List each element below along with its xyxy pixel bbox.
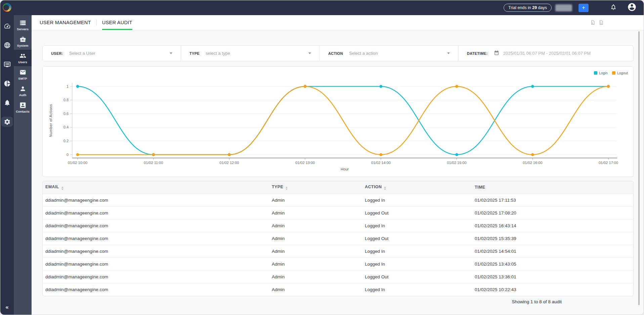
table-row[interactable]: ddiadmin@manageengine.comAdminLogged In0… [43, 258, 633, 270]
cell-time: 01/02/2025 17:08:20 [472, 206, 633, 219]
sidebar-item-label: Auth [19, 93, 27, 97]
toolbox-icon [19, 36, 26, 43]
datetime-range-picker[interactable]: DATETIME: 2025/01/31 06:07 PM - 2025/02/… [459, 46, 633, 61]
table-row[interactable]: ddiadmin@manageengine.comAdminLogged Out… [43, 232, 633, 245]
user-audit-page: USER: Select a User TYPE select a type A… [32, 30, 644, 315]
user-filter-placeholder: Select a User [69, 51, 95, 56]
cell-time: 01/02/2025 10:22:43 [472, 283, 633, 296]
sidebar-item-label: System [17, 44, 29, 47]
audit-table: EMAIL TYPE ACTION TIME ddiadmin@manageen… [43, 181, 633, 296]
action-filter-select[interactable]: ACTION Select a action [320, 46, 459, 61]
sidebar-item-label: SMTP [18, 77, 27, 80]
icon-rail: « [0, 0, 14, 315]
svg-text:0.6: 0.6 [63, 112, 69, 116]
table-row[interactable]: ddiadmin@manageengine.comAdminLogged In0… [43, 194, 633, 206]
trial-badge[interactable]: Trial ends in 29 days [504, 4, 552, 12]
cell-type: Admin [269, 270, 362, 283]
cell-type: Admin [269, 245, 362, 258]
excel-file-icon[interactable] [599, 19, 604, 26]
chevron-down-icon [170, 52, 172, 54]
sort-icon [61, 187, 63, 190]
appliance-icon[interactable] [1, 59, 13, 69]
cell-time: 01/02/2025 13:43:05 [472, 258, 633, 270]
legend-item-login[interactable]: Login [594, 71, 608, 75]
legend-item-logout[interactable]: Logout [612, 71, 628, 75]
type-filter-placeholder: select a type [206, 51, 230, 56]
svg-text:01/02 11:00: 01/02 11:00 [144, 161, 163, 165]
sidebar-item-system[interactable]: System [14, 33, 32, 50]
audit-chart-card: Login Logout 00.20.40.60.8101/02 10:0001… [42, 66, 634, 177]
secondary-sidebar: Servers System Users SMTP Auth [14, 15, 32, 315]
cell-time: 01/02/2025 14:54:01 [472, 245, 633, 258]
collapse-sidebar-button[interactable]: « [5, 304, 8, 311]
alerts-bell-icon[interactable] [1, 97, 13, 108]
tab-user-management[interactable]: USER MANAGEMENT [40, 15, 91, 30]
cell-time: 01/02/2025 13:36:01 [472, 270, 633, 283]
user-filter-select[interactable]: USER: Select a User [43, 46, 181, 61]
sidebar-item-contacts[interactable]: Contacts [14, 99, 32, 116]
cell-time: 01/02/2025 15:35:39 [472, 232, 633, 245]
cell-time: 01/02/2025 17:11:53 [472, 194, 633, 206]
redacted-text [555, 4, 572, 11]
column-header-email[interactable]: EMAIL [43, 181, 269, 194]
svg-text:0.2: 0.2 [63, 139, 69, 143]
cell-action: Logged In [362, 245, 472, 258]
notifications-bell-icon[interactable] [610, 4, 617, 12]
column-header-action[interactable]: ACTION [362, 181, 472, 194]
type-filter-select[interactable]: TYPE select a type [181, 46, 320, 61]
pdf-file-icon[interactable] [590, 19, 595, 26]
users-icon [19, 52, 26, 59]
cell-type: Admin [269, 283, 362, 296]
header-label: TIME [475, 185, 485, 190]
svg-text:01/02 10:00: 01/02 10:00 [68, 161, 87, 165]
cell-email: ddiadmin@manageengine.com [43, 219, 269, 232]
svg-text:01/02 13:00: 01/02 13:00 [295, 161, 315, 165]
audit-chart[interactable]: 00.20.40.60.8101/02 10:0001/02 11:0001/0… [43, 67, 627, 176]
reports-pie-icon[interactable] [1, 78, 13, 88]
cell-action: Logged In [362, 283, 472, 296]
settings-gear-icon[interactable] [1, 117, 13, 127]
tab-bar: USER MANAGEMENT USER AUDIT [32, 15, 644, 30]
cell-type: Admin [269, 206, 362, 219]
svg-text:Number of Actions: Number of Actions [49, 104, 53, 137]
brand-logo-icon[interactable] [3, 3, 11, 12]
table-row[interactable]: ddiadmin@manageengine.comAdminLogged In0… [43, 283, 633, 296]
sidebar-item-servers[interactable]: Servers [14, 17, 32, 33]
cell-action: Logged In [362, 219, 472, 232]
vertical-scrollbar-thumb[interactable] [638, 31, 640, 305]
action-filter-label: ACTION [328, 51, 343, 55]
table-row[interactable]: ddiadmin@manageengine.comAdminLogged In0… [43, 219, 633, 232]
trial-days: 29 [532, 5, 537, 10]
cell-action: Logged Out [362, 270, 472, 283]
table-header-row: EMAIL TYPE ACTION TIME [43, 181, 633, 194]
table-row[interactable]: ddiadmin@manageengine.comAdminLogged In0… [43, 245, 633, 258]
table-row[interactable]: ddiadmin@manageengine.comAdminLogged Out… [43, 206, 633, 219]
servers-icon [19, 19, 26, 26]
tab-separator [96, 19, 97, 26]
dashboard-speedometer-icon[interactable] [1, 21, 13, 31]
chevron-down-icon [308, 52, 311, 54]
audit-table-body: ddiadmin@manageengine.comAdminLogged In0… [43, 194, 633, 296]
cell-action: Logged In [362, 258, 472, 270]
dns-globe-icon[interactable] [1, 40, 13, 50]
audit-table-card: EMAIL TYPE ACTION TIME ddiadmin@manageen… [42, 181, 634, 296]
person-icon [19, 85, 26, 92]
sidebar-item-auth[interactable]: Auth [14, 83, 32, 99]
column-header-time[interactable]: TIME [472, 181, 633, 194]
svg-text:0: 0 [67, 153, 69, 157]
user-avatar-icon[interactable] [627, 2, 637, 13]
login-swatch [594, 71, 597, 75]
column-header-type[interactable]: TYPE [269, 181, 362, 194]
tab-user-audit[interactable]: USER AUDIT [102, 15, 132, 30]
contact-card-icon [19, 102, 26, 109]
topbar: Trial ends in 29 days + [14, 0, 644, 15]
svg-text:Hour: Hour [341, 167, 349, 171]
cell-action: Logged Out [362, 232, 472, 245]
sidebar-item-label: Servers [17, 27, 29, 31]
table-row[interactable]: ddiadmin@manageengine.comAdminLogged Out… [43, 270, 633, 283]
sidebar-item-users[interactable]: Users [14, 50, 32, 66]
type-filter-label: TYPE [189, 51, 200, 55]
datetime-range-value: 2025/01/31 06:07 PM - 2025/02/01 06:07 P… [503, 51, 591, 56]
sidebar-item-smtp[interactable]: SMTP [14, 66, 32, 83]
add-button[interactable]: + [578, 4, 589, 12]
